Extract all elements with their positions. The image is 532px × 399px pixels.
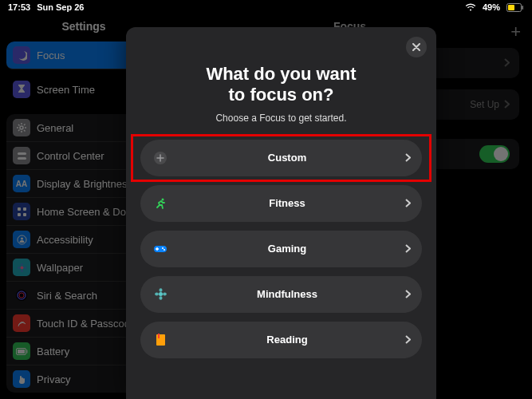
battery-percent: 49%	[483, 2, 500, 12]
focus-option-mindfulness[interactable]: Mindfulness	[140, 276, 422, 313]
focus-option-custom[interactable]: Custom	[140, 140, 422, 176]
svg-point-33	[155, 293, 159, 296]
modal-subtitle: Choose a Focus to get started.	[140, 113, 422, 124]
chevron-right-icon	[405, 287, 411, 302]
status-date: Sun Sep 26	[37, 2, 84, 12]
run-icon	[152, 197, 169, 210]
svg-rect-36	[158, 334, 160, 338]
svg-point-30	[159, 292, 163, 296]
wifi-icon	[465, 3, 476, 11]
chevron-right-icon	[405, 333, 411, 347]
close-icon	[412, 43, 420, 51]
status-time: 17:53	[8, 2, 30, 12]
status-bar: 17:53 Sun Sep 26 49%	[0, 0, 532, 14]
svg-rect-35	[156, 334, 165, 346]
focus-option-label: Fitness	[169, 197, 405, 209]
svg-point-26	[162, 198, 164, 200]
focus-option-label: Mindfulness	[169, 288, 405, 300]
focus-chooser-modal: What do you want to focus on? Choose a F…	[126, 27, 436, 399]
plus-icon	[152, 151, 169, 165]
battery-icon	[506, 3, 524, 12]
book-icon	[152, 334, 169, 346]
focus-option-fitness[interactable]: Fitness	[140, 185, 422, 222]
svg-point-34	[163, 293, 167, 296]
focus-option-label: Gaming	[169, 243, 405, 255]
svg-point-29	[164, 249, 165, 251]
svg-point-32	[159, 296, 162, 300]
chevron-right-icon	[405, 151, 411, 165]
game-icon	[152, 244, 169, 254]
mind-icon	[152, 287, 169, 301]
svg-rect-1	[508, 5, 514, 10]
chevron-right-icon	[405, 196, 411, 211]
svg-point-31	[159, 288, 162, 292]
svg-rect-2	[522, 6, 524, 10]
chevron-right-icon	[405, 242, 411, 256]
modal-title: What do you want to focus on?	[140, 64, 422, 106]
focus-options-list: CustomFitnessGamingMindfulnessReading	[140, 140, 422, 358]
focus-option-label: Reading	[169, 334, 405, 346]
focus-option-label: Custom	[169, 152, 405, 164]
focus-option-gaming[interactable]: Gaming	[140, 231, 422, 267]
focus-option-reading[interactable]: Reading	[140, 322, 422, 358]
close-button[interactable]	[406, 37, 427, 57]
svg-point-28	[162, 247, 164, 249]
